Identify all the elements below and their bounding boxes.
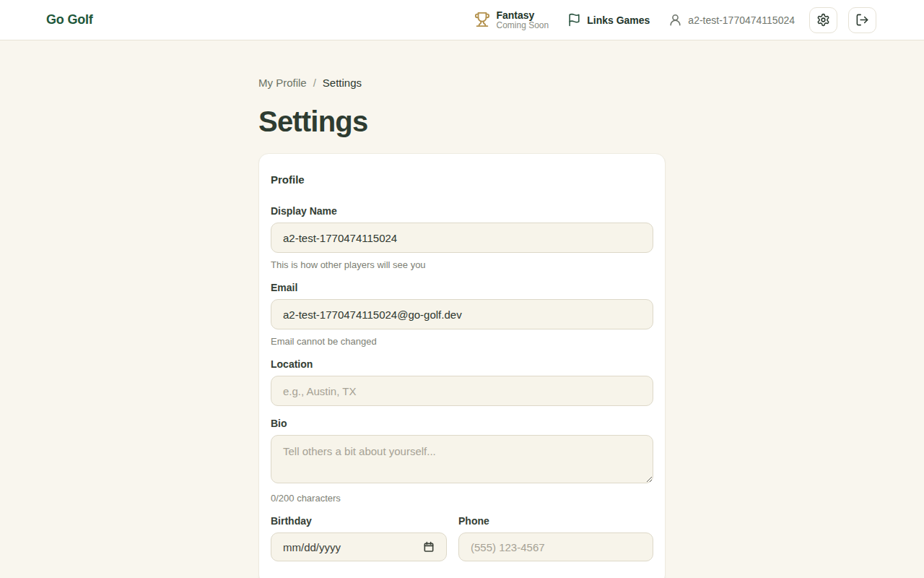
fantasy-text-block: Fantasy Coming Soon: [496, 9, 549, 31]
bio-label: Bio: [271, 418, 653, 429]
fantasy-coming-soon-label: Coming Soon: [496, 21, 549, 31]
birthday-field-group: Birthday mm/dd/yyyy: [271, 515, 447, 561]
logout-icon: [855, 13, 869, 27]
birthday-label: Birthday: [271, 515, 447, 527]
phone-label: Phone: [458, 515, 653, 527]
username-text: a2-test-1770474115024: [688, 14, 795, 26]
display-name-input[interactable]: [271, 223, 653, 253]
breadcrumb: My Profile / Settings: [258, 77, 666, 89]
logout-button[interactable]: [848, 7, 876, 33]
nav-item-links-games[interactable]: Links Games: [567, 13, 650, 27]
flag-icon: [567, 13, 581, 27]
breadcrumb-current-page: Settings: [323, 77, 362, 89]
location-input[interactable]: [271, 376, 653, 406]
trophy-icon: [474, 12, 490, 27]
birthday-placeholder-text: mm/dd/yyyy: [283, 541, 341, 553]
location-field-group: Location: [271, 358, 653, 406]
phone-field-group: Phone: [458, 515, 653, 573]
bio-character-counter: 0/200 characters: [271, 493, 653, 504]
display-name-label: Display Name: [271, 205, 653, 217]
breadcrumb-my-profile-link[interactable]: My Profile: [258, 77, 307, 89]
gear-icon: [816, 13, 830, 27]
location-label: Location: [271, 358, 653, 370]
email-label: Email: [271, 282, 653, 293]
profile-section-heading: Profile: [271, 173, 653, 186]
calendar-icon[interactable]: [423, 541, 435, 553]
links-games-label: Links Games: [587, 14, 650, 26]
header-button-group: [809, 7, 876, 33]
nav-item-fantasy[interactable]: Fantasy Coming Soon: [474, 9, 549, 31]
bio-textarea[interactable]: [271, 435, 653, 483]
bio-field-group: Bio 0/200 characters: [271, 418, 653, 504]
fantasy-label: Fantasy: [496, 9, 549, 21]
top-navigation-bar: Go Golf Fantasy Coming Soon: [0, 0, 924, 40]
header-right-cluster: Fantasy Coming Soon Links Games a2-test-…: [474, 7, 876, 33]
main-content: My Profile / Settings Settings Profile D…: [0, 40, 924, 578]
page-title: Settings: [258, 105, 666, 138]
phone-input[interactable]: [458, 532, 653, 561]
email-field-group: Email Email cannot be changed: [271, 282, 653, 347]
user-icon: [668, 13, 682, 27]
display-name-field-group: Display Name This is how other players w…: [271, 205, 653, 270]
email-helper-text: Email cannot be changed: [271, 336, 653, 347]
breadcrumb-separator: /: [313, 77, 316, 89]
birthday-input[interactable]: mm/dd/yyyy: [271, 532, 447, 561]
display-name-helper-text: This is how other players will see you: [271, 259, 653, 270]
email-input[interactable]: [271, 299, 653, 329]
settings-container: My Profile / Settings Settings Profile D…: [258, 77, 666, 578]
app-logo[interactable]: Go Golf: [46, 12, 93, 27]
settings-button[interactable]: [809, 7, 837, 33]
birthday-phone-row: Birthday mm/dd/yyyy: [271, 515, 653, 573]
profile-card: Profile Display Name This is how other p…: [258, 153, 666, 578]
nav-item-current-user[interactable]: a2-test-1770474115024: [668, 13, 795, 27]
